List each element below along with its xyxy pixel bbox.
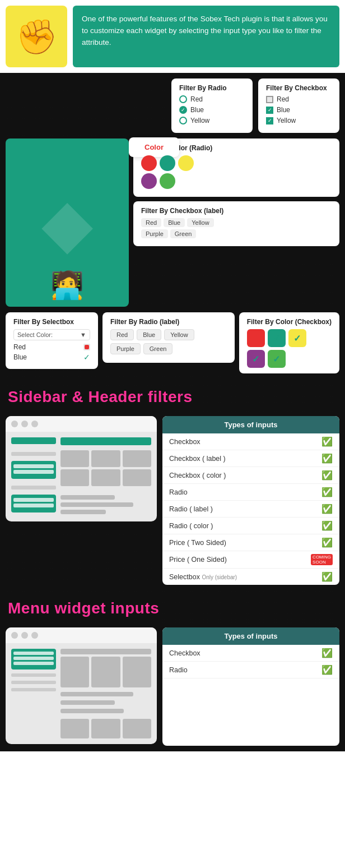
swatch-purple[interactable] xyxy=(141,173,157,189)
menu-browser-dot-2 xyxy=(21,632,28,639)
color-box-widget: Color xyxy=(129,137,179,157)
check-icon: ✅ xyxy=(321,487,333,497)
filter-checkbox-label-widget: Filter By Checkbox (label) Red Blue Yell… xyxy=(133,201,339,246)
hero-section: ✊ One of the powerful features of the So… xyxy=(0,0,345,73)
menu-sidebar xyxy=(11,649,56,738)
filter-selectbox-title: Filter By Selectbox xyxy=(13,318,90,326)
checkbox-swatch-green[interactable] xyxy=(268,350,286,368)
check-icon: ✅ xyxy=(321,504,333,514)
type-row-checkbox-label: Checkbox ( label ) ✅ xyxy=(162,450,339,467)
swatch-yellow[interactable] xyxy=(178,155,194,171)
label-chip-red[interactable]: Red xyxy=(141,218,161,227)
empty-space xyxy=(162,678,339,746)
check-icon: ✅ xyxy=(321,436,333,447)
check-icon: ✓ xyxy=(83,353,90,362)
menu-sidebar-bar-1 xyxy=(11,673,56,677)
select-header[interactable]: Select Color: ▼ xyxy=(13,329,90,340)
label-chips-row-1: Red Blue Yellow xyxy=(141,218,332,227)
sidebar-types-header: Types of inputs xyxy=(162,416,339,433)
chip-row-1: Red Blue Yellow xyxy=(110,329,227,340)
type-row-radio-label: Radio ( label ) ✅ xyxy=(162,501,339,518)
label-chip-yellow[interactable]: Yellow xyxy=(187,218,213,227)
main-row-bar-2 xyxy=(60,502,133,507)
checkbox-checked-icon xyxy=(266,107,273,114)
check-icon: ✅ xyxy=(321,571,333,582)
menu-browser-bar xyxy=(6,627,157,643)
swatch-blue[interactable] xyxy=(160,155,175,171)
checkbox-empty-icon xyxy=(266,96,273,103)
type-row-radio: Radio ✅ xyxy=(162,484,339,501)
menu-main xyxy=(60,649,151,738)
swatch-green[interactable] xyxy=(160,173,175,189)
filter-color-checkbox-widget: Filter By Color (Checkbox) xyxy=(239,312,339,373)
checkbox-item-red[interactable]: Red xyxy=(266,95,332,103)
filter-radio-label-title: Filter By Radio (label) xyxy=(110,318,227,326)
sidebar-mock xyxy=(11,437,56,516)
chip-row-2: Purple Green xyxy=(110,343,227,354)
swatch-red[interactable] xyxy=(141,155,157,171)
sidebar-block-bar-4 xyxy=(13,504,54,507)
sidebar-bar-2 xyxy=(11,486,56,490)
filter-by-checkbox-widget: Filter By Checkbox Red Blue Yellow xyxy=(258,79,339,133)
sidebar-section-header: Sidebar & Header filters xyxy=(0,379,345,410)
checkbox-swatch-teal[interactable] xyxy=(268,329,286,347)
main-cell-4 xyxy=(60,469,89,486)
chip-purple[interactable]: Purple xyxy=(110,343,141,354)
chip-blue[interactable]: Blue xyxy=(137,329,161,340)
main-header-bar xyxy=(60,437,151,445)
checkbox-item-yellow[interactable]: Yellow xyxy=(266,117,332,124)
label-chip-blue[interactable]: Blue xyxy=(164,218,185,227)
chip-yellow[interactable]: Yellow xyxy=(164,329,194,340)
sidebar-block-bar-2 xyxy=(13,470,54,474)
type-row-checkbox-color: Checkbox ( color ) ✅ xyxy=(162,467,339,484)
main-row-bar-3 xyxy=(60,510,106,514)
browser-dot-2 xyxy=(21,421,28,427)
chevron-down-icon: ▼ xyxy=(80,331,86,338)
sidebar-bar-1 xyxy=(11,452,56,456)
label-chip-green[interactable]: Green xyxy=(170,229,197,238)
middle-area: ◆ 🧑‍💻 Filter By Color (Radio) Filter B xyxy=(6,138,339,307)
menu-sidebar-green-bar-2 xyxy=(13,657,54,660)
menu-sidebar-green-1 xyxy=(11,649,56,670)
select-row-blue[interactable]: Blue ✓ xyxy=(13,353,90,362)
chip-green[interactable]: Green xyxy=(143,343,173,354)
menu-sidebar-green-bar-3 xyxy=(13,662,54,665)
hero-text: One of the powerful features of the Sobe… xyxy=(82,15,328,47)
main-cell-5 xyxy=(91,469,120,486)
menu-main-bar-4 xyxy=(60,709,124,713)
sidebar-block-2 xyxy=(11,495,56,513)
radio-item-yellow[interactable]: Yellow xyxy=(179,117,245,124)
checkbox-swatch-yellow[interactable] xyxy=(288,329,306,347)
illustration-box: ◆ 🧑‍💻 xyxy=(6,138,129,307)
label-chips-row-2: Purple Green xyxy=(141,229,332,238)
menu-cell-5 xyxy=(91,719,120,738)
checkbox-swatch-purple[interactable] xyxy=(247,350,265,368)
hero-text-box: One of the powerful features of the Sobe… xyxy=(73,6,339,67)
filter-color-checkbox-title: Filter By Color (Checkbox) xyxy=(247,318,332,326)
hero-icon: ✊ xyxy=(6,6,67,67)
menu-main-bar-2 xyxy=(60,692,133,696)
only-sidebar-label: Only (sidebar) xyxy=(202,574,237,580)
checkbox-item-blue[interactable]: Blue xyxy=(266,106,332,114)
label-chip-purple[interactable]: Purple xyxy=(141,229,168,238)
browser-dot-3 xyxy=(31,421,38,427)
filter-selectbox-widget: Filter By Selectbox Select Color: ▼ Red … xyxy=(6,312,98,369)
checkbox-swatch-red[interactable] xyxy=(247,329,265,347)
color-box-label: Color xyxy=(137,143,171,151)
browser-dot-1 xyxy=(11,421,18,427)
select-row-red[interactable]: Red xyxy=(13,343,90,351)
radio-item-red[interactable]: Red xyxy=(179,95,245,103)
sidebar-green-top xyxy=(11,437,56,444)
color-swatch-row-2 xyxy=(141,173,332,189)
radio-item-blue[interactable]: Blue xyxy=(179,106,245,114)
main-mock xyxy=(60,437,151,516)
chip-red[interactable]: Red xyxy=(110,329,134,340)
menu-browser-content xyxy=(6,643,157,744)
top-widgets-row: Filter By Radio Red Blue Yellow Filter B… xyxy=(6,79,339,133)
filter-checkbox-label-title: Filter By Checkbox (label) xyxy=(141,207,332,215)
radio-empty-icon xyxy=(179,95,187,103)
sidebar-section: Types of inputs Checkbox ✅ Checkbox ( la… xyxy=(0,410,345,590)
menu-sidebar-green-bar-1 xyxy=(13,652,54,655)
checkbox-checked-icon xyxy=(266,117,273,124)
main-cell-3 xyxy=(123,450,151,467)
